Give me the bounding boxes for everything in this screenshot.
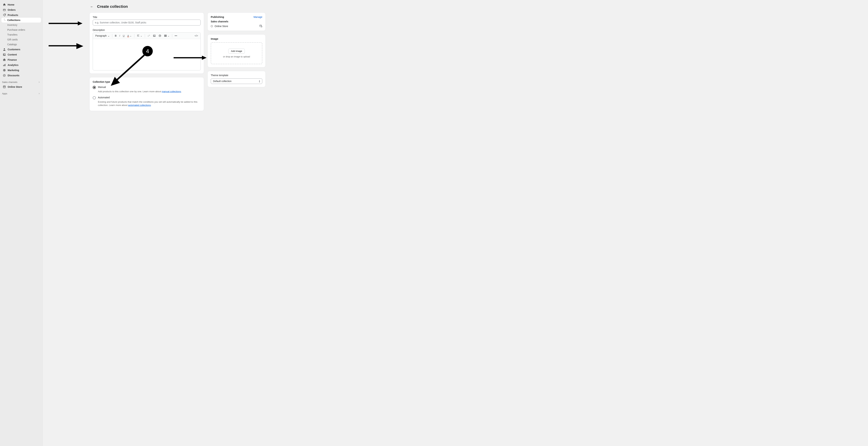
nav-content[interactable]: Content bbox=[1, 52, 41, 57]
select-chevrons-icon: ▴▾ bbox=[259, 80, 260, 82]
image-card-title: Image bbox=[208, 35, 266, 42]
svg-point-10 bbox=[4, 70, 4, 70]
analytics-icon bbox=[3, 64, 6, 67]
schedule-button[interactable] bbox=[259, 24, 262, 28]
video-button[interactable] bbox=[157, 34, 162, 38]
channel-name: Online Store bbox=[215, 25, 228, 28]
nav-analytics-label: Analytics bbox=[8, 64, 19, 66]
sidebar: Home Orders Products Collections Invento… bbox=[0, 0, 42, 446]
radio-automated-help: Existing and future products that match … bbox=[98, 100, 201, 107]
nav-catalogs[interactable]: Catalogs bbox=[1, 42, 41, 47]
svg-rect-16 bbox=[164, 35, 166, 37]
bold-icon: B bbox=[115, 34, 117, 37]
nav-collections[interactable]: Collections bbox=[1, 18, 41, 23]
source-button[interactable]: </> bbox=[193, 34, 199, 38]
rte-paragraph-label: Paragraph bbox=[95, 34, 106, 37]
image-button[interactable] bbox=[152, 34, 157, 38]
svg-point-2 bbox=[4, 48, 5, 49]
chevron-down-icon: ⌄ bbox=[107, 34, 110, 37]
table-button[interactable]: ⌄ bbox=[163, 34, 170, 38]
nav-customers-label: Customers bbox=[8, 48, 20, 51]
nav-customers[interactable]: Customers bbox=[1, 47, 41, 52]
nav-orders[interactable]: Orders bbox=[1, 7, 41, 12]
manual-collections-link[interactable]: manual collections bbox=[162, 90, 181, 93]
nav-content-label: Content bbox=[8, 53, 17, 56]
sales-channels-heading: Sales channels bbox=[208, 20, 266, 23]
manage-link[interactable]: Manage bbox=[253, 15, 262, 19]
nav-marketing[interactable]: Marketing bbox=[1, 68, 41, 73]
underline-icon: U bbox=[123, 34, 124, 37]
automated-collections-link[interactable]: automated collections bbox=[128, 104, 151, 106]
italic-icon: I bbox=[119, 34, 120, 37]
page-header: ← Create collection bbox=[89, 4, 863, 9]
image-drop-help: or drop an image to upload bbox=[223, 55, 250, 58]
image-icon bbox=[153, 34, 156, 37]
radio-manual-label: Manual bbox=[98, 85, 106, 89]
page-title: Create collection bbox=[97, 4, 128, 9]
nav-online-store-label: Online Store bbox=[8, 85, 22, 88]
svg-point-1 bbox=[5, 14, 5, 14]
apps-section[interactable]: Apps › bbox=[1, 90, 41, 96]
svg-rect-5 bbox=[3, 65, 4, 66]
nav-inventory[interactable]: Inventory bbox=[1, 23, 41, 27]
main-content: ← Create collection Title Description Pa… bbox=[42, 0, 868, 446]
rte-toolbar: Paragraph ⌄ B I U A ⌄ bbox=[93, 33, 200, 39]
theme-template-select[interactable]: Default collection ▴▾ bbox=[211, 78, 262, 84]
video-icon bbox=[158, 34, 161, 37]
radio-automated[interactable] bbox=[93, 96, 96, 99]
svg-marker-22 bbox=[76, 43, 83, 49]
nav-purchase-orders[interactable]: Purchase orders bbox=[1, 27, 41, 32]
finance-icon bbox=[3, 58, 6, 61]
nav-finance[interactable]: Finance bbox=[1, 57, 41, 62]
nav-gift-cards[interactable]: Gift cards bbox=[1, 37, 41, 42]
align-button[interactable]: ⌄ bbox=[136, 34, 144, 38]
more-button[interactable]: ••• bbox=[174, 34, 178, 38]
nav-products[interactable]: Products bbox=[1, 12, 41, 18]
collection-type-title: Collection type bbox=[93, 80, 201, 83]
nav-transfers[interactable]: Transfers bbox=[1, 32, 41, 37]
nav-products-label: Products bbox=[8, 14, 18, 16]
rte-paragraph-select[interactable]: Paragraph ⌄ bbox=[94, 34, 111, 38]
nav-purchase-orders-label: Purchase orders bbox=[7, 28, 25, 31]
sales-channels-section[interactable]: Sales channels › bbox=[1, 78, 41, 84]
collection-type-card: Collection type Manual Add products to t… bbox=[89, 77, 204, 111]
svg-point-14 bbox=[154, 35, 154, 36]
calendar-icon bbox=[259, 24, 262, 27]
nav-home-label: Home bbox=[8, 3, 14, 6]
title-input[interactable] bbox=[93, 20, 201, 26]
image-card: Image Add image or drop an image to uplo… bbox=[208, 34, 266, 67]
theme-template-value: Default collection bbox=[213, 80, 231, 82]
nav-online-store[interactable]: Online Store bbox=[1, 84, 41, 90]
link-button[interactable] bbox=[146, 34, 151, 38]
discounts-icon bbox=[3, 74, 6, 77]
add-image-button[interactable]: Add image bbox=[228, 48, 245, 54]
theme-template-title: Theme template bbox=[208, 71, 266, 78]
svg-rect-6 bbox=[4, 64, 5, 66]
svg-rect-7 bbox=[5, 64, 5, 66]
bold-button[interactable]: B bbox=[114, 34, 118, 38]
image-dropzone[interactable]: Add image or drop an image to upload bbox=[211, 42, 262, 64]
annotation-arrow-title bbox=[49, 21, 83, 27]
nav-catalogs-label: Catalogs bbox=[7, 43, 17, 46]
text-color-button[interactable]: A ⌄ bbox=[126, 34, 133, 38]
table-icon bbox=[164, 34, 167, 37]
nav-analytics[interactable]: Analytics bbox=[1, 62, 41, 68]
svg-marker-20 bbox=[78, 21, 83, 26]
content-icon bbox=[3, 53, 6, 56]
nav-discounts[interactable]: Discounts bbox=[1, 73, 41, 78]
description-textarea[interactable] bbox=[93, 39, 200, 70]
radio-manual[interactable] bbox=[93, 86, 96, 89]
nav-home[interactable]: Home bbox=[1, 2, 41, 7]
svg-rect-0 bbox=[3, 9, 5, 11]
italic-button[interactable]: I bbox=[118, 34, 121, 38]
back-button[interactable]: ← bbox=[89, 4, 94, 9]
home-icon bbox=[3, 3, 6, 6]
svg-point-4 bbox=[4, 54, 4, 55]
svg-rect-12 bbox=[3, 86, 5, 88]
underline-button[interactable]: U bbox=[122, 34, 125, 38]
more-icon: ••• bbox=[175, 34, 177, 37]
nav-discounts-label: Discounts bbox=[8, 74, 20, 77]
chevron-down-icon: ⌄ bbox=[130, 34, 132, 37]
person-icon bbox=[3, 48, 6, 51]
nav-marketing-label: Marketing bbox=[8, 69, 19, 72]
